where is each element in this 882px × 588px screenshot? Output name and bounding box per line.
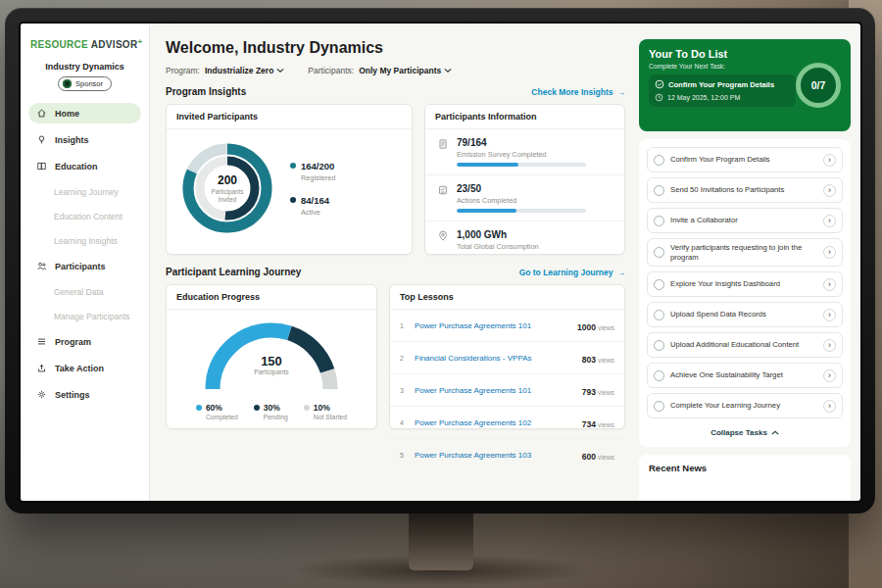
monitor-stand bbox=[409, 508, 473, 570]
legend-pending: 30% Pending bbox=[254, 403, 288, 420]
sponsor-icon bbox=[63, 79, 72, 88]
sponsor-badge[interactable]: Sponsor bbox=[58, 76, 112, 91]
task-row[interactable]: Upload Additional Educational Content › bbox=[647, 332, 843, 358]
participants-information-card: Participants Information 79/164 Emission… bbox=[424, 104, 625, 255]
task-label: Upload Additional Educational Content bbox=[670, 340, 817, 350]
lesson-views-label: views bbox=[598, 389, 614, 396]
sidebar-item-participants[interactable]: Participants bbox=[28, 256, 141, 276]
chevron-right-icon[interactable]: › bbox=[823, 309, 836, 321]
lesson-row: 2 Financial Considerations - VPPAs 803vi… bbox=[390, 342, 624, 374]
task-checkbox[interactable] bbox=[654, 185, 664, 196]
insights-cards-row: Invited Participants 200 Participants In… bbox=[166, 104, 625, 255]
task-row[interactable]: Explore Your Insights Dashboard › bbox=[647, 271, 843, 297]
check-circle-icon bbox=[655, 79, 664, 89]
home-icon bbox=[36, 108, 48, 119]
task-row[interactable]: Upload Spend Data Records › bbox=[647, 302, 843, 327]
active-dot-icon bbox=[290, 197, 296, 203]
task-row[interactable]: Achieve One Sustainability Target › bbox=[647, 363, 843, 388]
link-label: Check More Insights bbox=[531, 87, 612, 97]
chevron-down-icon bbox=[444, 68, 452, 74]
chevron-down-icon bbox=[276, 68, 284, 74]
screen: RESOURCE ADVISOR+ Industry Dynamics Spon… bbox=[21, 24, 860, 501]
next-task-label: Confirm Your Program Details bbox=[668, 80, 774, 89]
task-checkbox[interactable] bbox=[654, 216, 664, 226]
program-dropdown[interactable]: Industrialize Zero bbox=[205, 66, 284, 75]
card-title: Top Lessons bbox=[390, 285, 624, 310]
participants-dropdown[interactable]: Only My Participants bbox=[359, 66, 452, 75]
task-checkbox[interactable] bbox=[654, 370, 664, 381]
sidebar-item-education[interactable]: Education bbox=[28, 156, 141, 176]
legend-pct: 30% bbox=[264, 403, 288, 413]
legend-label: Pending bbox=[264, 414, 288, 420]
task-checkbox[interactable] bbox=[654, 310, 664, 320]
sidebar-item-learning-journey[interactable]: Learning Journey bbox=[28, 182, 141, 202]
legend-label: Completed bbox=[206, 414, 238, 420]
task-row[interactable]: Confirm Your Program Details › bbox=[647, 147, 843, 172]
sidebar-item-program[interactable]: Program bbox=[28, 331, 141, 352]
sidebar-item-settings[interactable]: Settings bbox=[28, 384, 141, 405]
program-filter-label: Program: bbox=[166, 66, 200, 75]
legend-pct: 10% bbox=[314, 403, 347, 413]
journey-cards-row: Education Progress 150 Participants bbox=[166, 284, 625, 429]
progress-bar bbox=[457, 209, 586, 213]
lesson-link[interactable]: Power Purchase Agreements 101 bbox=[415, 386, 575, 395]
education-progress-card: Education Progress 150 Participants bbox=[166, 284, 377, 429]
todo-panel: Your To Do List Complete Your Next Task:… bbox=[639, 24, 860, 501]
task-checkbox[interactable] bbox=[654, 340, 664, 351]
legend-registered: 164/200 Registered bbox=[290, 161, 335, 182]
lesson-link[interactable]: Power Purchase Agreements 101 bbox=[415, 321, 570, 330]
chevron-right-icon[interactable]: › bbox=[823, 184, 836, 197]
chevron-right-icon[interactable]: › bbox=[823, 278, 836, 291]
go-to-learning-journey-link[interactable]: Go to Learning Journey → bbox=[519, 268, 625, 277]
sidebar-item-insights[interactable]: Insights bbox=[28, 129, 141, 150]
lesson-link[interactable]: Financial Considerations - VPPAs bbox=[415, 354, 575, 363]
sidebar-item-learning-insights[interactable]: Learning Insights bbox=[28, 231, 141, 251]
chevron-right-icon[interactable]: › bbox=[823, 400, 836, 413]
task-row[interactable]: Complete Your Learning Journey › bbox=[647, 393, 843, 418]
sidebar-item-label: Insights bbox=[55, 135, 89, 145]
sidebar-item-label: Manage Participants bbox=[54, 312, 130, 321]
collapse-tasks-button[interactable]: Collapse Tasks bbox=[647, 423, 843, 439]
check-more-insights-link[interactable]: Check More Insights → bbox=[531, 87, 625, 97]
lesson-views-label: views bbox=[598, 357, 614, 364]
task-row[interactable]: Verify participants requesting to join t… bbox=[647, 238, 843, 267]
arrow-right-icon: → bbox=[617, 87, 626, 97]
lesson-link[interactable]: Power Purchase Agreements 103 bbox=[415, 451, 575, 460]
task-row[interactable]: Invite a Collaborator › bbox=[647, 208, 843, 233]
upload-icon bbox=[36, 363, 48, 373]
lesson-row: 1 Power Purchase Agreements 101 1000view… bbox=[390, 310, 624, 342]
lesson-rank: 4 bbox=[400, 419, 408, 426]
sidebar-item-home[interactable]: Home bbox=[28, 103, 141, 123]
task-checkbox[interactable] bbox=[654, 279, 664, 290]
task-row[interactable]: Send 50 Invitations to Participants › bbox=[647, 177, 843, 203]
recent-news-title: Recent News bbox=[649, 463, 707, 473]
education-total-label: Participants bbox=[198, 368, 345, 375]
sidebar-item-general-data[interactable]: General Data bbox=[28, 282, 141, 302]
chevron-right-icon[interactable]: › bbox=[823, 154, 836, 167]
task-checkbox[interactable] bbox=[654, 155, 664, 166]
task-checkbox[interactable] bbox=[654, 401, 664, 412]
lesson-link[interactable]: Power Purchase Agreements 102 bbox=[415, 418, 575, 427]
invited-participants-card: Invited Participants 200 Participants In… bbox=[166, 104, 413, 255]
chevron-right-icon[interactable]: › bbox=[823, 215, 836, 227]
education-gauge-chart: 150 Participants bbox=[198, 315, 345, 401]
chevron-right-icon[interactable]: › bbox=[823, 369, 836, 382]
legend-pct: 60% bbox=[206, 403, 238, 413]
lesson-views: 793 bbox=[582, 387, 596, 397]
main-content: Welcome, Industry Dynamics Program: Indu… bbox=[150, 24, 639, 501]
todo-progress-badge: 0/7 bbox=[796, 63, 841, 108]
sidebar-item-label: Education Content bbox=[54, 212, 122, 221]
chevron-right-icon[interactable]: › bbox=[823, 246, 836, 259]
chevron-right-icon[interactable]: › bbox=[823, 339, 836, 352]
logo-word-1: RESOURCE bbox=[30, 39, 88, 50]
filters-row: Program: Industrialize Zero Participants… bbox=[166, 66, 625, 75]
task-label: Upload Spend Data Records bbox=[670, 310, 817, 319]
sidebar-item-label: Settings bbox=[55, 390, 90, 400]
next-task-box[interactable]: Confirm Your Program Details 12 May 2025… bbox=[649, 74, 796, 107]
stat-label: Emission Survey Completed bbox=[457, 150, 586, 159]
sidebar-item-manage-participants[interactable]: Manage Participants bbox=[28, 307, 141, 326]
task-checkbox[interactable] bbox=[654, 247, 664, 258]
sidebar-item-education-content[interactable]: Education Content bbox=[28, 207, 141, 226]
app-logo: RESOURCE ADVISOR+ bbox=[21, 35, 149, 50]
sidebar-item-take-action[interactable]: Take Action bbox=[28, 358, 141, 378]
